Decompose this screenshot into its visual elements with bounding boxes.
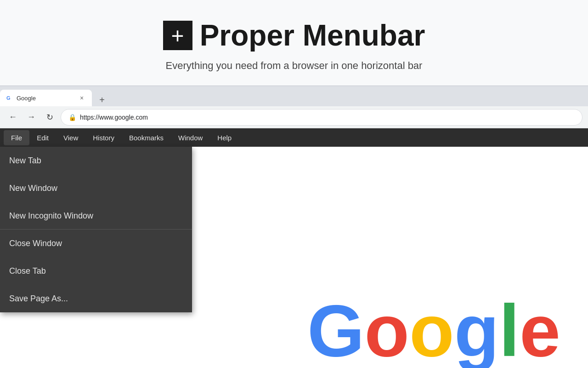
google-letter-l: l [499,288,520,368]
menu-item-edit[interactable]: Edit [29,130,56,145]
google-logo-partial: G o o g l e [307,288,560,368]
forward-button[interactable]: → [24,110,39,125]
url-display: https://www.google.com [80,114,148,121]
dropdown-item-new-tab[interactable]: New Tab [0,147,192,174]
dropdown-item-new-incognito-window[interactable]: New Incognito Window [0,202,192,230]
google-letter-o1: o [364,288,409,368]
google-letter-o2: o [409,288,454,368]
google-letter-g: G [307,288,364,368]
menu-item-bookmarks[interactable]: Bookmarks [122,130,171,145]
address-bar[interactable]: 🔒 https://www.google.com [61,109,582,126]
dropdown-item-save-page-as[interactable]: Save Page As... [0,285,192,312]
tab-title: Google [17,95,74,102]
google-letter-g2: g [454,288,499,368]
menu-item-file[interactable]: File [4,130,29,145]
content-area: New Tab New Window New Incognito Window … [0,147,588,368]
back-button[interactable]: ← [6,110,20,125]
menu-item-view[interactable]: View [56,130,85,145]
tab-favicon: G [6,94,13,102]
tab-close-button[interactable]: × [77,93,86,103]
navigation-bar: ← → ↻ 🔒 https://www.google.com [0,106,588,128]
reload-button[interactable]: ↻ [42,110,57,125]
hero-section: + Proper Menubar Everything you need fro… [0,0,588,86]
browser-tab[interactable]: G Google × [0,90,92,106]
menu-item-help[interactable]: Help [210,130,239,145]
dropdown-item-new-window[interactable]: New Window [0,174,192,202]
app-title: + Proper Menubar [163,18,425,52]
app-icon: + [163,21,192,50]
dropdown-item-close-window[interactable]: Close Window [0,230,192,257]
file-dropdown-menu: New Tab New Window New Incognito Window … [0,147,192,312]
svg-text:G: G [6,95,11,101]
browser-chrome: G Google × + ← → ↻ 🔒 https://www.google.… [0,86,588,128]
google-letter-e: e [520,288,560,368]
menubar: File Edit View History Bookmarks Window … [0,128,588,147]
dropdown-item-close-tab[interactable]: Close Tab [0,257,192,285]
tab-bar: G Google × + [0,86,588,106]
app-subtitle: Everything you need from a browser in on… [166,60,423,72]
lock-icon: 🔒 [68,114,76,121]
menu-item-window[interactable]: Window [171,130,210,145]
new-tab-button[interactable]: + [96,93,108,106]
menu-item-history[interactable]: History [85,130,122,145]
